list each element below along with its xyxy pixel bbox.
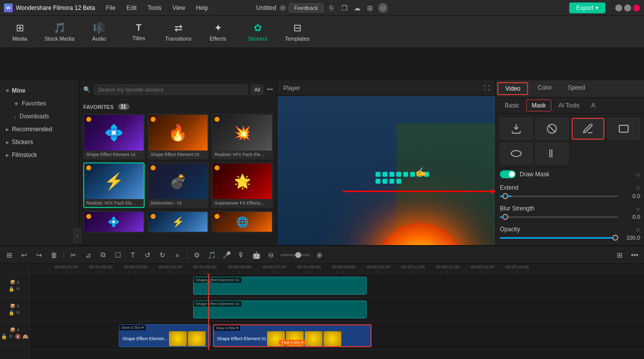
tl-ai-button[interactable]: 🤖 (251, 251, 262, 259)
tl-redo-button[interactable]: ↪ (34, 251, 45, 259)
tl-rotate-left-button[interactable]: ↺ (142, 251, 153, 259)
track-5-lock[interactable]: 🔒 (8, 310, 14, 315)
sidebar-stickers[interactable]: ▶ Stickers (0, 136, 79, 149)
menu-tools[interactable]: Tools (143, 3, 166, 13)
toolbar-stock-media[interactable]: 🎵 Stock Media (40, 16, 79, 48)
mask-line-button[interactable] (536, 143, 568, 164)
tl-zoom-out-button[interactable]: ⊖ (266, 251, 276, 259)
track-4-clip-left[interactable]: Slow 0.50x ▾ Shape Effect Elemen... (119, 324, 211, 347)
mask-rect-button[interactable] (607, 118, 640, 140)
filter-dropdown[interactable]: All (251, 84, 264, 95)
clip-thumb-gold-2 (188, 331, 206, 346)
zoom-slider[interactable] (280, 254, 310, 256)
extend-slider[interactable] (500, 196, 618, 197)
cloud-icon[interactable]: ☁ (352, 4, 362, 12)
opacity-slider[interactable] (500, 237, 618, 239)
subtab-a[interactable]: A (586, 100, 600, 111)
tl-grid-view-button[interactable]: ⊞ (614, 251, 625, 259)
close-button[interactable]: × (633, 4, 640, 11)
toolbar-transitions[interactable]: ⇄ Transitions (159, 16, 198, 48)
media-item-4[interactable]: ⚡ Realistic VFX Pack Ele... (83, 162, 145, 208)
mask-restore-button[interactable] (500, 118, 533, 140)
sidebar-recommended[interactable]: ▶ Recommended (0, 123, 79, 136)
toolbar-audio[interactable]: 🎼 Audio (79, 16, 119, 48)
track-5-eye[interactable]: 👁 (16, 310, 21, 315)
search-input[interactable] (94, 84, 248, 95)
teal-dot (389, 172, 394, 177)
track-4-lock[interactable]: 🔒 (1, 334, 7, 339)
media-item-6[interactable]: 🌟 Superpower FX Effects... (212, 162, 273, 208)
maximize-button[interactable]: □ (624, 4, 631, 11)
export-button[interactable]: Export ▾ (569, 2, 605, 13)
toolbar-effects[interactable]: ✦ Effects (198, 16, 238, 48)
more-options-icon[interactable]: ••• (267, 86, 273, 93)
subtab-basic[interactable]: Basic (500, 100, 524, 111)
tl-more2-button[interactable]: ••• (629, 251, 640, 259)
tl-voiceover-button[interactable]: 🎙 (236, 251, 247, 259)
media-item-8[interactable]: ⚡ (148, 211, 209, 233)
minimize-button[interactable]: − (615, 4, 622, 11)
sidebar-downloads[interactable]: ↓ Downloads (0, 110, 79, 123)
media-item-9[interactable]: 🌐 (212, 211, 273, 233)
subtab-mask[interactable]: Mask (526, 100, 551, 111)
media-item-1[interactable]: 💠 Shape Effect Element 14 (83, 114, 145, 159)
tl-delete-button[interactable]: 🗑 (49, 251, 59, 259)
tl-group-button[interactable]: ⧉ (98, 251, 108, 259)
timeline-ruler: 00:00:01:00 00:00:02:00 00:00:03:00 00:0… (30, 264, 644, 274)
track-6-eye[interactable]: 👁 (16, 286, 21, 292)
toolbar-stickers[interactable]: ✿ Stickers (238, 16, 277, 48)
media-item-2[interactable]: 🔥 Shape Effect Element 01 (148, 114, 209, 159)
tl-record-button[interactable]: 🎤 (221, 251, 232, 259)
track-4-eye[interactable]: 👁 (8, 334, 13, 339)
track-6-lock[interactable]: 🔒 (8, 286, 14, 292)
share-icon[interactable]: ⎘ (326, 4, 336, 12)
track-6-clip-1[interactable]: Shape Effect Element 01 (193, 277, 367, 295)
menu-edit[interactable]: Edit (121, 3, 142, 13)
subtab-ai-tools[interactable]: AI Tools (553, 100, 584, 111)
tl-zoom-in-button[interactable]: ⊕ (314, 251, 325, 259)
tl-split-audio-button[interactable]: 🎵 (206, 251, 217, 259)
menu-view[interactable]: View (167, 3, 190, 13)
player-expand-icon[interactable]: ⛶ (483, 85, 489, 92)
media-search-bar: 🔍 All ••• (79, 80, 277, 100)
mask-ellipse-button[interactable] (500, 143, 533, 164)
sidebar-favorites[interactable]: ★ Favorites (0, 97, 79, 110)
toolbar-titles[interactable]: T Titles (119, 16, 159, 48)
timeline-track-labels: 📦 6 🔒 👁 📦 5 🔒 👁 (0, 264, 30, 359)
tab-speed[interactable]: Speed (560, 80, 593, 97)
teal-dots-overlay: ✍ (376, 172, 435, 184)
sidebar-collapse-button[interactable]: ‹ (73, 228, 81, 243)
blur-slider[interactable] (500, 216, 618, 218)
tl-rotate-right-button[interactable]: ↻ (157, 251, 168, 259)
track-5-clip-1[interactable]: Shape Effect Element 01 (193, 301, 367, 318)
track-4-hide[interactable]: 🙈 (22, 334, 28, 339)
track-4-clip-right[interactable]: Slow 0.50x ▾ Shape Effect Element 01 (213, 324, 372, 347)
tab-color[interactable]: Color (530, 80, 560, 97)
grid-icon[interactable]: ⊞ (365, 4, 375, 12)
tl-snap-button[interactable]: ☐ (112, 251, 123, 259)
opacity-thumb (612, 235, 618, 241)
draw-mask-toggle[interactable] (500, 170, 516, 178)
track-4-mute[interactable]: 🔇 (15, 334, 21, 339)
feedback-button[interactable]: Feedback (289, 3, 323, 12)
media-item-7[interactable]: 💠 (83, 211, 145, 233)
tl-undo-button[interactable]: ↩ (19, 251, 30, 259)
menu-help[interactable]: Help (191, 3, 214, 13)
copy-icon[interactable]: ❐ (339, 4, 349, 12)
mask-pen-button[interactable] (572, 118, 604, 140)
tab-video[interactable]: Video (497, 82, 528, 95)
tl-add-track-button[interactable]: ⊞ (4, 251, 15, 259)
user-icon[interactable]: U (378, 3, 388, 13)
tl-crop-button[interactable]: ⊿ (83, 251, 94, 259)
toolbar-media[interactable]: ⊞ Media (0, 16, 40, 48)
sidebar-filmstock[interactable]: ▶ Filmstock (0, 149, 79, 161)
tl-settings-button[interactable]: ⚙ (191, 251, 202, 259)
toolbar-templates[interactable]: ⊟ Templates (277, 16, 317, 48)
menu-file[interactable]: File (101, 3, 120, 13)
mask-none-button[interactable] (536, 118, 568, 140)
tl-cut-button[interactable]: ✂ (68, 251, 79, 259)
media-item-5[interactable]: 💣 Destruction - 01 (148, 162, 209, 208)
tl-more-button[interactable]: » (172, 251, 183, 259)
media-item-3[interactable]: 💥 Realistic VFX Pack Ele... (212, 114, 273, 159)
tl-text-button[interactable]: T (127, 251, 138, 259)
